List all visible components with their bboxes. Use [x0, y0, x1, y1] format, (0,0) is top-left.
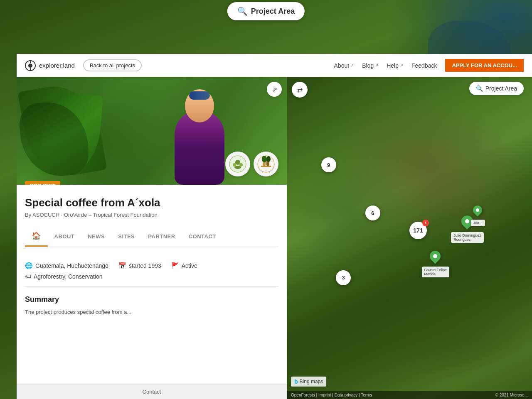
svg-point-7 [239, 163, 243, 166]
meta-row-2: 🏷 Agroforestry, Conservation [25, 273, 278, 280]
map-footer: OpenForests | Imprint | Data privacy | T… [287, 391, 532, 399]
tab-contact[interactable]: CONTACT [182, 226, 223, 247]
map-pin-171[interactable]: 171 1 [409, 222, 427, 239]
globe-icon: 🌐 [25, 262, 33, 269]
navbar: explorer.land Back to all projects About… [17, 54, 532, 77]
back-to-projects-button[interactable]: Back to all projects [83, 59, 142, 71]
pin-label-julio: Julio DominguezRodriguez [451, 232, 484, 243]
blog-link[interactable]: Blog ↗ [362, 62, 378, 69]
map-pin-3[interactable]: 3 [336, 270, 351, 285]
search-map-icon: 🔍 [476, 85, 483, 92]
external-icon-2: ↗ [375, 63, 378, 68]
external-icon-3: ↗ [400, 63, 403, 68]
map-project-area-button[interactable]: 🔍 Project Area [469, 82, 524, 95]
logo-icon [25, 60, 36, 71]
meta-started: 📅 started 1993 [118, 262, 161, 269]
project-image: ⇗ [17, 77, 287, 185]
meta-info: 🌐 Guatemala, Huehuetenango 📅 started 199… [17, 254, 287, 286]
pin-circle-6: 6 [365, 206, 380, 220]
bing-b-icon: b [294, 378, 298, 385]
svg-point-13 [266, 156, 271, 162]
pin-circle-9: 9 [321, 157, 336, 172]
map-toggle-button[interactable]: ⇄ [292, 82, 308, 98]
share-button[interactable]: ⇗ [267, 82, 282, 97]
tab-about[interactable]: ABOUT [48, 226, 81, 247]
home-icon: 🏠 [32, 231, 41, 240]
summary-section: Summary The project produces special cof… [17, 287, 287, 325]
tab-partner[interactable]: PARTNER [141, 226, 182, 247]
bing-maps-logo: b Bing maps [291, 377, 326, 387]
contact-bar[interactable]: Contact [17, 384, 287, 399]
meta-tags: 🏷 Agroforestry, Conservation [25, 273, 102, 280]
svg-point-1 [28, 64, 32, 68]
search-icon: 🔍 [237, 6, 248, 16]
tag-icon: 🏷 [25, 273, 31, 280]
map-footer-left: OpenForests | Imprint | Data privacy | T… [291, 393, 372, 397]
map-pin-9[interactable]: 9 [321, 157, 336, 172]
svg-point-5 [235, 160, 240, 165]
svg-point-12 [262, 156, 267, 162]
share-icon: ⇗ [272, 86, 277, 93]
navbar-logo-text: explorer.land [39, 62, 75, 69]
project-by: By ASOCUCH · OroVerde – Tropical Forest … [25, 212, 278, 218]
project-tabs: 🏠 ABOUT NEWS SITES PARTNER CONTACT [25, 226, 278, 247]
project-info: Special coffee from A´xola By ASOCUCH · … [17, 185, 287, 254]
tab-news[interactable]: NEWS [81, 226, 111, 247]
calendar-icon: 📅 [118, 262, 126, 269]
svg-point-6 [233, 163, 236, 166]
svg-rect-14 [261, 166, 271, 167]
svg-point-8 [234, 166, 241, 169]
flag-icon: 🚩 [171, 262, 179, 269]
org-logo-2 [254, 152, 278, 176]
logo-badges [225, 152, 278, 176]
summary-text: The project produces special coffee from… [25, 308, 278, 316]
pin-label-fausto: Fausto FelipeMerida [422, 267, 450, 277]
tooltip-label: Project Area [251, 7, 295, 16]
help-link[interactable]: Help ↗ [387, 62, 403, 69]
meta-status: 🚩 Active [171, 262, 197, 269]
map-pin-6[interactable]: 6 [365, 206, 380, 220]
project-badge: PROJECT [25, 181, 60, 185]
meta-location: 🌐 Guatemala, Huehuetenango [25, 262, 108, 269]
navbar-logo[interactable]: explorer.land [25, 60, 75, 71]
project-title: Special coffee from A´xola [25, 196, 278, 209]
toggle-icon: ⇄ [297, 86, 303, 94]
map-panel: ⇄ 🔍 Project Area 9 6 171 1 [287, 77, 532, 399]
navbar-links: About ↗ Blog ↗ Help ↗ Feedback APPLY FOR… [334, 59, 524, 72]
apply-button[interactable]: APPLY FOR AN ACCOU... [445, 59, 524, 72]
tab-home[interactable]: 🏠 [25, 226, 48, 247]
app-container: explorer.land Back to all projects About… [17, 54, 532, 399]
map-pin-169b[interactable]: Jua... [471, 206, 485, 226]
map-footer-right: © 2021 Microso... [495, 393, 528, 397]
external-icon: ↗ [350, 63, 354, 68]
about-link[interactable]: About ↗ [334, 62, 354, 69]
map-pin-fausto[interactable]: Fausto FelipeMerida [422, 251, 450, 277]
location-marker-fausto: Fausto FelipeMerida [422, 251, 450, 277]
pin-circle-3: 3 [336, 270, 351, 285]
top-project-area-tooltip[interactable]: 🔍 Project Area [227, 2, 305, 20]
summary-title: Summary [25, 295, 278, 304]
location-marker-169b: Jua... [471, 206, 485, 226]
tab-sites[interactable]: SITES [111, 226, 141, 247]
feedback-link[interactable]: Feedback [411, 62, 437, 69]
pin-label-jua: Jua... [471, 220, 485, 226]
left-panel: ⇗ [17, 77, 287, 399]
org-logo-1 [225, 152, 250, 176]
meta-row-1: 🌐 Guatemala, Huehuetenango 📅 started 199… [25, 262, 278, 269]
